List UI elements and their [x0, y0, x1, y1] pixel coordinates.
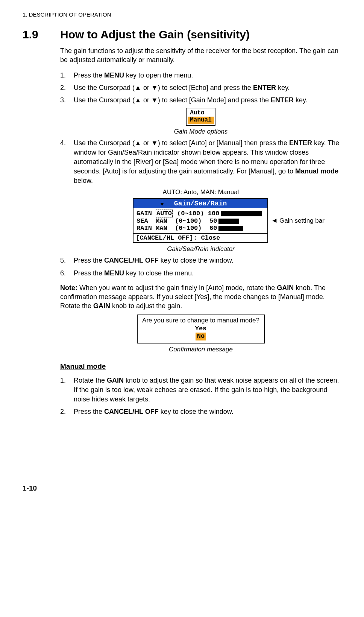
side-callout-text: Gain setting bar: [279, 217, 325, 225]
label: SEA MAN: [136, 217, 171, 225]
step-number: 2.: [60, 83, 74, 93]
option-yes: Yes: [142, 325, 259, 333]
gain-mode-options-box: Auto Manual: [186, 108, 215, 125]
text: Press the: [74, 71, 104, 79]
figure-caption: Confirmation message: [60, 346, 341, 353]
text: key.: [276, 84, 290, 91]
window-body: GAIN AUTO (0~100) 100 SEA MAN (0~100) 50…: [133, 208, 267, 233]
step-text: Rotate the GAIN knob to adjust the gain …: [74, 376, 341, 404]
text: ) to select [Gain Mode] and press the: [158, 96, 271, 104]
step-number: 4.: [60, 138, 74, 186]
up-triangle-icon: ▲: [135, 139, 141, 147]
window-close-hint: [CANCEL/HL OFF]: Close: [133, 233, 267, 242]
manual-step-2: 2. Press the CANCEL/HL OFF key to close …: [60, 407, 341, 416]
text: ) to select [Echo] and press the: [158, 84, 253, 91]
step-1: 1. Press the MENU key to open the menu.: [60, 71, 341, 80]
label: GAIN: [136, 210, 156, 217]
step-6: 6. Press the MENU key to close the menu.: [60, 269, 341, 278]
callout-pointer-line: [162, 196, 162, 205]
key-name: ENTER: [271, 96, 294, 104]
text: Use the Cursorpad (: [74, 84, 135, 91]
figure-caption: Gain/Sea/Rain indicator: [60, 245, 341, 253]
ref-manual-mode: Manual mode: [295, 167, 338, 175]
note-paragraph: Note: When you want to adjust the gain f…: [60, 283, 341, 311]
section-title: How to Adjust the Gain (sensitivity): [60, 28, 250, 41]
intro-paragraph: The gain functions to adjust the sensiti…: [60, 46, 341, 65]
range: (0~100): [171, 225, 209, 232]
figure2-top-callout: AUTO: Auto, MAN: Manual: [163, 188, 239, 196]
figure2-top-callout-wrap: AUTO: Auto, MAN: Manual: [60, 188, 341, 196]
value: 50: [209, 217, 217, 225]
step-number: 2.: [60, 407, 74, 416]
knob-name: GAIN: [277, 284, 294, 292]
knob-name: GAIN: [107, 377, 124, 384]
option-manual-highlighted: Manual: [188, 117, 214, 124]
down-triangle-icon: ▼: [151, 139, 158, 147]
manual-step-1: 1. Rotate the GAIN knob to adjust the ga…: [60, 376, 341, 404]
row-rain: RAIN MAN (0~100) 60: [136, 225, 264, 232]
note-lead: Note:: [60, 284, 77, 292]
window-titlebar: Gain/Sea/Rain: [133, 199, 267, 208]
text: or: [141, 84, 151, 91]
text: Press the: [74, 257, 104, 264]
value: 60: [209, 225, 217, 232]
text: key to close the window.: [159, 408, 234, 415]
step-number: 1.: [60, 376, 74, 404]
section-heading-row: 1.9 How to Adjust the Gain (sensitivity): [23, 28, 341, 41]
figure2-side-callout: ◄ Gain setting bar: [271, 217, 325, 225]
procedure-list-1: 1. Press the MENU key to open the menu. …: [60, 71, 341, 105]
step-3: 3. Use the Cursorpad (▲ or ▼) to select …: [60, 96, 341, 105]
text: Press the: [74, 408, 104, 415]
text: or: [141, 139, 151, 147]
text: key to close the window.: [159, 257, 234, 264]
text: key to close the menu.: [124, 269, 194, 277]
step-number: 5.: [60, 256, 74, 265]
manual-mode-heading: Manual mode: [60, 362, 341, 371]
key-name: MENU: [104, 269, 124, 277]
page-number: 1-10: [0, 484, 341, 492]
confirmation-dialog: Are you sure to change to manual mode? Y…: [137, 315, 265, 343]
step-text: Press the CANCEL/HL OFF key to close the…: [74, 256, 341, 265]
step-5: 5. Press the CANCEL/HL OFF key to close …: [60, 256, 341, 265]
step-2: 2. Use the Cursorpad (▲ or ▼) to select …: [60, 83, 341, 93]
key-name: ENTER: [289, 139, 312, 147]
arrow-left-icon: ◄: [271, 217, 278, 225]
figure-caption: Gain Mode options: [60, 128, 341, 135]
text: Rotate the: [74, 377, 107, 384]
option-auto: Auto: [188, 109, 214, 117]
step-text: Press the MENU key to open the menu.: [74, 71, 341, 80]
step-number: 6.: [60, 269, 74, 278]
row-gain: GAIN AUTO (0~100) 100: [136, 210, 264, 217]
label: RAIN MAN: [136, 225, 171, 232]
text: key.: [294, 96, 308, 104]
down-triangle-icon: ▼: [151, 96, 158, 104]
figure-gain-sea-rain: Gain/Sea/Rain GAIN AUTO (0~100) 100 SEA …: [60, 198, 341, 243]
down-triangle-icon: ▼: [151, 84, 158, 91]
text: ) to select [Auto] or [Manual] then pres…: [158, 139, 289, 147]
figure-gain-mode-options: Auto Manual: [60, 108, 341, 125]
text: knob to adjust the gain.: [110, 302, 182, 310]
confirmation-options: Yes No: [142, 325, 259, 340]
text: Use the Cursorpad (: [74, 96, 135, 104]
range: (0~100): [171, 217, 209, 225]
row-sea: SEA MAN (0~100) 50: [136, 217, 264, 225]
step-number: 3.: [60, 96, 74, 105]
step-number: 1.: [60, 71, 74, 80]
gain-setting-bar: [221, 211, 262, 216]
rain-setting-bar: [218, 226, 243, 231]
key-name: CANCEL/HL OFF: [104, 408, 159, 415]
knob-name: GAIN: [93, 302, 110, 310]
option-no-highlighted: No: [196, 333, 206, 340]
sea-setting-bar: [218, 219, 239, 224]
text: Use the Cursorpad (: [74, 139, 135, 147]
up-triangle-icon: ▲: [135, 96, 141, 104]
section-number: 1.9: [23, 28, 60, 41]
value: 100: [208, 210, 220, 217]
procedure-list-manual: 1. Rotate the GAIN knob to adjust the ga…: [60, 376, 341, 417]
figure-confirmation: Are you sure to change to manual mode? Y…: [60, 315, 341, 343]
range: (0~100): [173, 210, 208, 217]
key-name: CANCEL/HL OFF: [104, 257, 159, 264]
step-text: Use the Cursorpad (▲ or ▼) to select [Au…: [74, 138, 341, 186]
gain-sea-rain-window: Gain/Sea/Rain GAIN AUTO (0~100) 100 SEA …: [133, 198, 268, 243]
procedure-list-1c: 5. Press the CANCEL/HL OFF key to close …: [60, 256, 341, 278]
